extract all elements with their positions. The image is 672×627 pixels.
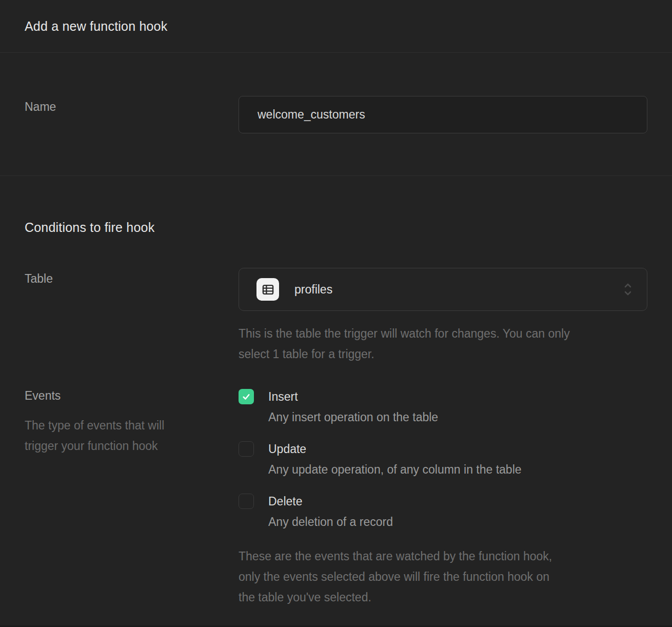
table-help-text: This is the table the trigger will watch…: [239, 323, 647, 364]
update-checkbox[interactable]: [239, 441, 254, 457]
conditions-section: Conditions to fire hook Table profiles: [0, 176, 672, 608]
table-icon: [256, 278, 279, 301]
insert-label: Insert: [268, 389, 298, 404]
update-checkbox-row[interactable]: Update: [239, 441, 647, 457]
table-row: Table profiles: [25, 268, 647, 364]
events-description: The type of events that will trigger you…: [25, 415, 239, 456]
conditions-heading: Conditions to fire hook: [25, 220, 647, 235]
panel-header: Add a new function hook: [0, 0, 672, 53]
events-row: Events The type of events that will trig…: [25, 389, 647, 608]
event-option-delete: Delete Any deletion of a record: [239, 494, 647, 530]
update-label: Update: [268, 441, 306, 457]
delete-label: Delete: [268, 494, 302, 509]
name-section: Name: [0, 53, 672, 176]
page-title: Add a new function hook: [25, 19, 167, 34]
chevron-up-down-icon: [622, 282, 634, 297]
name-input[interactable]: [239, 96, 647, 133]
events-help-text: These are the events that are watched by…: [239, 546, 647, 608]
table-select[interactable]: profiles: [239, 268, 647, 311]
events-label: Events: [25, 389, 239, 403]
name-label: Name: [25, 96, 239, 114]
delete-description: Any deletion of a record: [239, 514, 647, 530]
table-select-value: profiles: [294, 283, 622, 297]
update-description: Any update operation, of any column in t…: [239, 462, 647, 477]
table-label: Table: [25, 268, 239, 286]
event-option-update: Update Any update operation, of any colu…: [239, 441, 647, 477]
event-option-insert: Insert Any insert operation on the table: [239, 389, 647, 425]
delete-checkbox-row[interactable]: Delete: [239, 494, 647, 509]
insert-checkbox-row[interactable]: Insert: [239, 389, 647, 404]
delete-checkbox[interactable]: [239, 494, 254, 509]
insert-checkbox[interactable]: [239, 389, 254, 404]
insert-description: Any insert operation on the table: [239, 409, 647, 425]
